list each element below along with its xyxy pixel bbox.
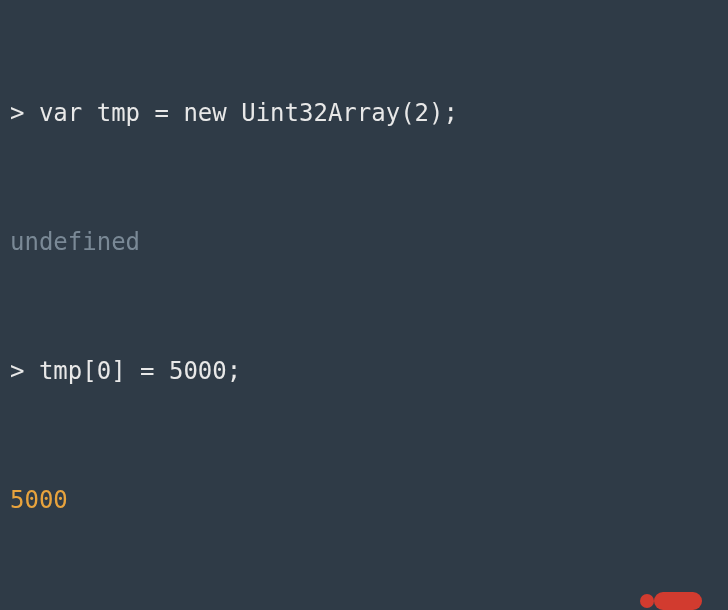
- repl-prompt: >: [10, 99, 39, 127]
- repl-undefined: undefined: [10, 221, 718, 264]
- site-watermark-badge: [654, 592, 702, 610]
- repl-terminal[interactable]: > var tmp = new Uint32Array(2); undefine…: [0, 0, 728, 610]
- repl-number-result: 5000: [10, 479, 718, 522]
- repl-code: var tmp = new Uint32Array(2);: [39, 99, 458, 127]
- repl-code: tmp[0] = 5000;: [39, 357, 241, 385]
- repl-input-line: > var tmp = new Uint32Array(2);: [10, 92, 718, 135]
- repl-input-line: > tmp[0] = 5000;: [10, 350, 718, 393]
- repl-prompt: >: [10, 357, 39, 385]
